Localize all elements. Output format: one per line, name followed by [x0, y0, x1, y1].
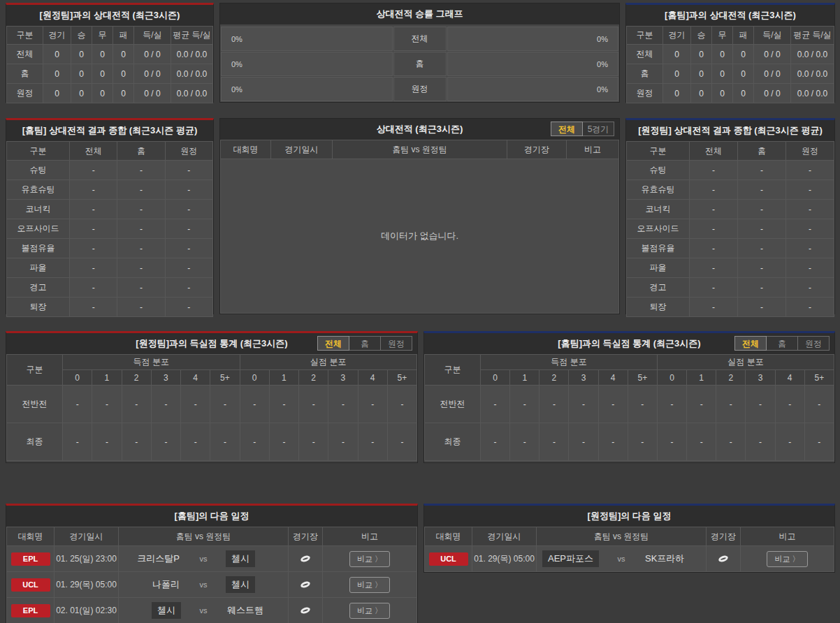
tab-home[interactable]: 홈 [349, 336, 381, 351]
row-label: 전반전 [425, 386, 481, 423]
panel-h2h-vs-away: [원정팀]과의 상대전적 (최근3시즌) 구분경기승무패득/실평균 득/실 전체… [6, 3, 214, 103]
row-label: 유효슈팅 [7, 180, 70, 200]
tab-away[interactable]: 원정 [380, 336, 412, 351]
stat-cell: 0.0 / 0.0 [791, 84, 834, 103]
stadium-cell [289, 572, 323, 598]
vs-label: vs [189, 580, 217, 589]
panel-title: [홈팀]의 다음 일정 [6, 506, 417, 527]
datetime-cell: 02. 01(일) 02:30 [55, 598, 119, 623]
stat-cell: - [63, 423, 92, 461]
tab-all[interactable]: 전체 [551, 122, 583, 136]
column-header: 전체 [690, 142, 738, 161]
winrate-row: 0% 원정 0% [221, 77, 618, 101]
row-label: 최종 [425, 423, 481, 461]
goal-stats-away-tabs: 전체홈원정 [318, 336, 412, 351]
header-row: 구분전체홈원정 [627, 142, 834, 161]
winrate-value: 0% [231, 60, 242, 68]
panel-title: [홈팀]과의 득실점 통계 (최근3시즌) 전체홈원정 [424, 333, 834, 354]
stat-cell: - [151, 423, 180, 461]
goals-against-group-header: 실점 분포 [657, 355, 834, 370]
stat-cell: - [804, 423, 834, 461]
tab-all[interactable]: 전체 [317, 336, 349, 351]
stat-cell: - [738, 258, 786, 278]
league-cell: UCL [425, 546, 472, 572]
table-row: 슈팅--- [627, 161, 834, 180]
panel-h2h-list: 상대전적 (최근3시즌) 전체5경기 대회명경기일시홈팀 vs 원정팀경기장비고… [219, 118, 620, 314]
column-header: 홈 [738, 142, 786, 161]
column-header: 비고 [323, 527, 417, 546]
stat-cell: 0 [712, 45, 733, 64]
tab-away[interactable]: 원정 [797, 336, 830, 351]
stat-cell: 0 [691, 45, 712, 64]
stat-cell: - [786, 161, 834, 180]
panel-title: [원정팀]과의 득실점 통계 (최근3시즌) 전체홈원정 [6, 333, 417, 354]
row-label: 볼점유율 [7, 239, 70, 258]
panel-title-text: [원정팀]과의 득실점 통계 (최근3시즌) [136, 338, 287, 349]
row-label: 파울 [627, 258, 690, 278]
league-badge: EPL [11, 552, 50, 566]
goal-stats-away-table: 구분 득점 분포 실점 분포 012345+012345+ 전반전-------… [6, 354, 417, 461]
compare-button[interactable]: 비교 〉 [349, 577, 390, 593]
league-badge: EPL [11, 604, 50, 617]
stat-cell: - [786, 258, 834, 278]
stat-cell: - [738, 161, 786, 180]
stadium-icon[interactable] [300, 555, 311, 563]
panel-h2h-vs-home: [홈팀]과의 상대전적 (최근3시즌) 구분경기승무패득/실평균 득/실 전체0… [625, 3, 835, 103]
stat-cell: - [716, 386, 746, 423]
stat-cell: - [328, 386, 358, 423]
stat-cell: 0.0 / 0.0 [171, 64, 213, 84]
stat-cell: - [746, 386, 775, 423]
tab-all[interactable]: 전체 [734, 336, 767, 351]
stat-cell: - [510, 386, 540, 423]
compare-button[interactable]: 비교 〉 [349, 603, 390, 619]
league-badge: UCL [429, 552, 468, 566]
stat-cell: - [690, 239, 738, 258]
goal-stats-home-tabs: 전체홈원정 [735, 336, 830, 351]
stat-cell: - [358, 423, 387, 461]
stat-cell: - [70, 298, 117, 317]
stat-cell: - [181, 386, 210, 423]
stadium-icon[interactable] [718, 555, 729, 563]
stat-cell: - [165, 239, 212, 258]
row-label: 전반전 [7, 386, 63, 423]
panel-title-text: 상대전적 (최근3시즌) [377, 124, 463, 134]
header-row: 구분전체홈원정 [7, 142, 213, 161]
stadium-icon[interactable] [300, 606, 311, 615]
stat-cell: 0 / 0 [134, 84, 171, 103]
table-row: 원정00000 / 00.0 / 0.0 [7, 84, 213, 103]
compare-button[interactable]: 비교 〉 [349, 551, 390, 567]
stat-cell: 0 / 0 [134, 64, 171, 84]
header-row: 대회명경기일시홈팀 vs 원정팀경기장비고 [7, 527, 417, 546]
column-header: 경기 [43, 27, 71, 45]
stat-cell: - [165, 180, 212, 200]
bin-header: 0 [240, 370, 269, 386]
match-cell: 크리스탈P vs 첼시 [119, 546, 289, 572]
stat-cell: - [690, 258, 738, 278]
compare-cell: 비교 〉 [323, 572, 417, 598]
schedule-home-table: 대회명경기일시홈팀 vs 원정팀경기장비고 EPL 01. 25(일) 23:0… [6, 527, 417, 623]
tab-home[interactable]: 홈 [766, 336, 798, 351]
stat-cell: - [540, 423, 569, 461]
stat-cell: 0 [92, 84, 113, 103]
row-label: 퇴장 [627, 298, 690, 317]
tab-last5[interactable]: 5경기 [582, 122, 614, 136]
winrate-row: 0% 홈 0% [221, 52, 618, 76]
panel-schedule-home: [홈팀]의 다음 일정 대회명경기일시홈팀 vs 원정팀경기장비고 EPL 01… [6, 504, 418, 623]
winrate-graph-body: 0% 전체 0% 0% 홈 0% 0% 원정 0% [220, 24, 619, 101]
stat-cell: - [210, 386, 240, 423]
stat-cell: - [70, 180, 117, 200]
stat-cell: - [687, 423, 716, 461]
stadium-icon[interactable] [300, 580, 311, 589]
compare-button[interactable]: 비교 〉 [767, 551, 807, 567]
stat-cell: 0 [113, 45, 134, 64]
stat-cell: - [117, 258, 165, 278]
stat-cell: - [165, 258, 212, 278]
stat-cell: - [269, 386, 298, 423]
bin-header: 5+ [210, 370, 240, 386]
vs-label: vs [607, 555, 635, 563]
home-winrate-bar: 0% [221, 77, 393, 101]
goal-stats-home-table: 구분 득점 분포 실점 분포 012345+012345+ 전반전-------… [424, 354, 834, 461]
stat-cell: - [775, 423, 804, 461]
panel-title: 상대전적 (최근3시즌) 전체5경기 [220, 119, 619, 140]
stat-cell: 0 [733, 84, 754, 103]
